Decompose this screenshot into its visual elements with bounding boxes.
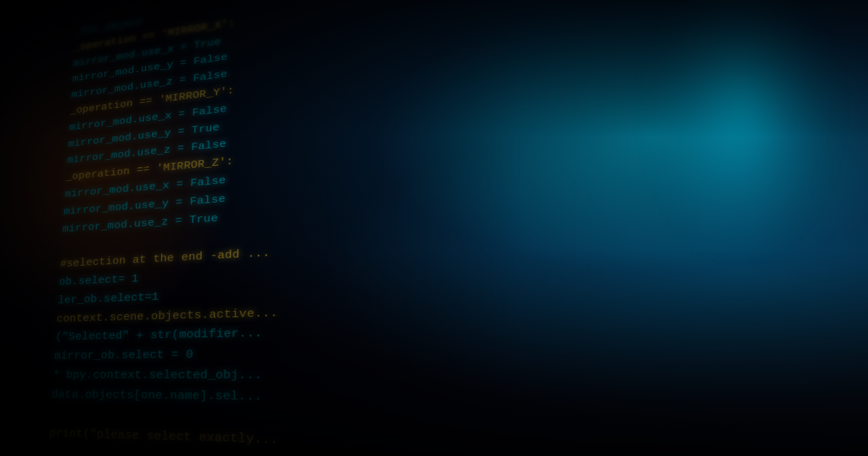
main-scene: _for_object _operation == 'MIRROR_X': mi…: [0, 0, 868, 456]
vignette-bottom: [0, 0, 868, 456]
